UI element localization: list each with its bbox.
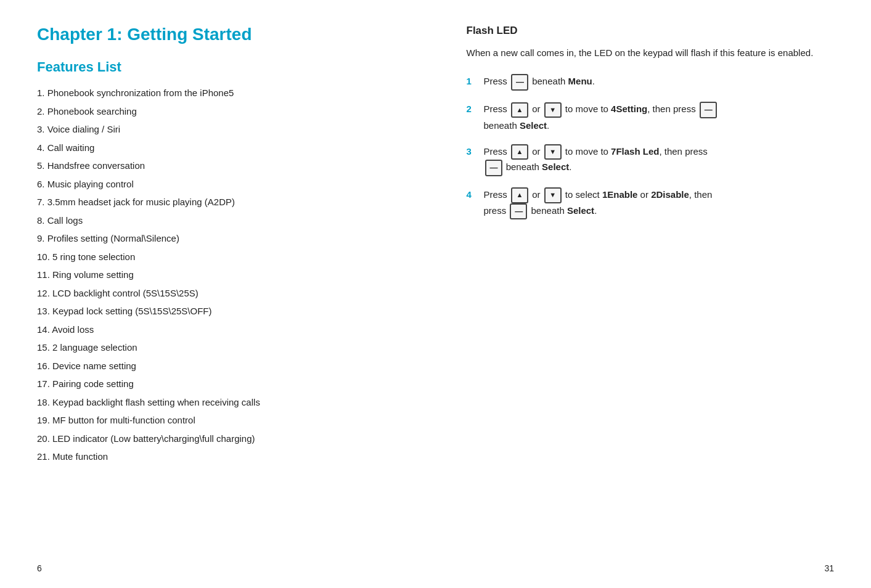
arrow-up-icon (511, 102, 528, 118)
feature-item: 13. Keypad lock setting (5S\15S\25S\OFF) (37, 304, 405, 319)
flash-led-description: When a new call comes in, the LED on the… (467, 46, 835, 60)
step-4: 4 Press or to select 1Enable or 2Disable… (467, 187, 835, 219)
feature-item: 7. 3.5mm headset jack for music playing … (37, 195, 405, 210)
feature-item: 2. Phonebook searching (37, 105, 405, 119)
right-page-number: 31 (824, 563, 834, 573)
menu-button-icon-2: — (700, 102, 717, 118)
step-4-num: 4 (467, 187, 480, 202)
step-3-text: Press or to move to 7Flash Led, then pre… (484, 144, 835, 176)
feature-item: 10. 5 ring tone selection (37, 250, 405, 264)
4setting-label: 4Setting (611, 104, 647, 114)
select-label-3: Select (542, 162, 569, 173)
step-1-text: Press — beneath Menu. (484, 74, 835, 91)
feature-item: 5. Handsfree conversation (37, 159, 405, 173)
feature-item: 15. 2 language selection (37, 341, 405, 355)
arrow-down-icon (544, 102, 562, 118)
left-column: Chapter 1: Getting Started Features List… (37, 25, 430, 563)
menu-button-icon-4: — (510, 203, 527, 220)
feature-item: 11. Ring volume setting (37, 268, 405, 282)
select-label-4: Select (567, 205, 594, 216)
step-2: 2 Press or to move to 4Setting, then pre… (467, 102, 835, 133)
step-3-num: 3 (467, 144, 480, 159)
left-page-number: 6 (37, 563, 42, 573)
feature-item: 19. MF button for multi-function control (37, 414, 405, 428)
feature-item: 4. Call waiting (37, 141, 405, 155)
right-column: Flash LED When a new call comes in, the … (430, 25, 835, 563)
arrow-down-icon-4 (544, 187, 562, 203)
feature-item: 16. Device name setting (37, 359, 405, 374)
feature-item: 6. Music playing control (37, 178, 405, 192)
menu-button-icon-3: — (485, 160, 502, 176)
step-4-text: Press or to select 1Enable or 2Disable, … (484, 187, 835, 219)
step-1: 1 Press — beneath Menu. (467, 74, 835, 91)
step-1-num: 1 (467, 74, 480, 89)
arrow-up-icon-4 (511, 187, 528, 203)
steps-list: 1 Press — beneath Menu. 2 Press or to mo… (467, 74, 835, 219)
step-2-text: Press or to move to 4Setting, then press… (484, 102, 835, 133)
feature-item: 18. Keypad backlight flash setting when … (37, 396, 405, 410)
arrow-down-icon-3 (544, 144, 562, 160)
menu-button-icon: — (511, 74, 528, 91)
feature-item: 14. Avoid loss (37, 323, 405, 337)
feature-item: 9. Profiles setting (Normal\Silence) (37, 232, 405, 246)
step-2-num: 2 (467, 102, 480, 116)
feature-item: 20. LED indicator (Low battery\charging\… (37, 432, 405, 446)
features-list: 1. Phonebook synchronization from the iP… (37, 86, 405, 464)
2disable-label: 2Disable (651, 189, 689, 200)
chapter-title: Chapter 1: Getting Started (37, 25, 405, 44)
feature-item: 12. LCD backlight control (5S\15S\25S) (37, 287, 405, 301)
select-label-2: Select (520, 120, 547, 131)
1enable-label: 1Enable (602, 189, 638, 200)
feature-item: 3. Voice dialing / Siri (37, 123, 405, 137)
page-footer: 6 31 (37, 563, 834, 573)
menu-label: Menu (568, 76, 592, 86)
feature-item: 8. Call logs (37, 214, 405, 228)
feature-item: 1. Phonebook synchronization from the iP… (37, 86, 405, 100)
arrow-up-icon-3 (511, 144, 528, 160)
features-list-title: Features List (37, 59, 405, 75)
feature-item: 21. Mute function (37, 450, 405, 464)
step-3: 3 Press or to move to 7Flash Led, then p… (467, 144, 835, 176)
feature-item: 17. Pairing code setting (37, 377, 405, 391)
7flashled-label: 7Flash Led (611, 146, 659, 157)
flash-led-title: Flash LED (467, 25, 835, 37)
